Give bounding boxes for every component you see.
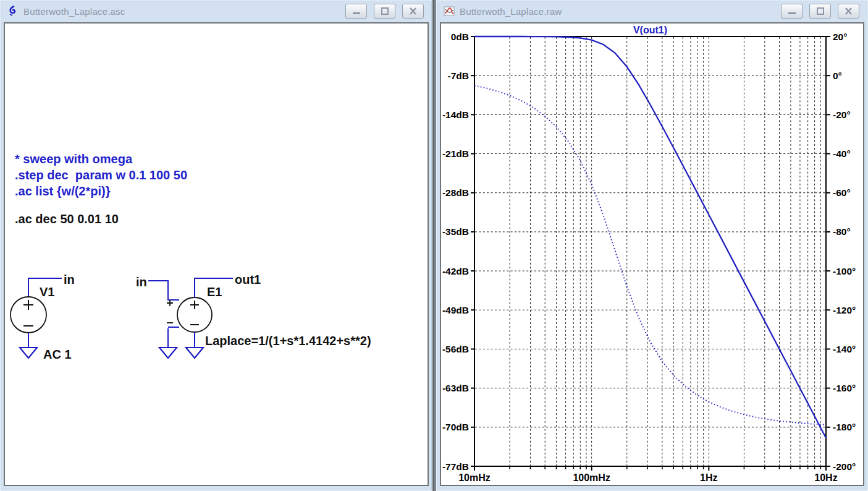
- plot-title[interactable]: V(out1): [633, 25, 667, 35]
- schematic-window-title: Butterwoth_Laplace.asc: [23, 6, 345, 17]
- ground-symbol: [20, 348, 37, 358]
- minimize-icon: [352, 7, 361, 15]
- svg-text:10Hz: 10Hz: [814, 472, 837, 483]
- svg-text:-35dB: -35dB: [442, 226, 469, 237]
- circuit-drawing: V1 AC 1 in E1 Laplace=1/(1+s*1.4142+s**2…: [5, 23, 428, 485]
- svg-text:0dB: 0dB: [451, 32, 469, 42]
- schematic-titlebar[interactable]: Butterwoth_Laplace.asc: [0, 0, 432, 22]
- schematic-canvas[interactable]: * sweep with omega.step dec param w 0.1 …: [4, 22, 429, 486]
- e1-value[interactable]: Laplace=1/(1+s*1.4142+s**2): [205, 334, 371, 348]
- axis-labels: 0dB-7dB-14dB-21dB-28dB-35dB-42dB-49dB-56…: [442, 32, 856, 484]
- waveform-pane[interactable]: 0dB-7dB-14dB-21dB-28dB-35dB-42dB-49dB-56…: [440, 22, 864, 486]
- net-label-out1[interactable]: out1: [235, 273, 261, 286]
- plot-grid: [475, 37, 825, 466]
- svg-text:-21dB: -21dB: [442, 148, 469, 159]
- svg-text:-42dB: -42dB: [442, 266, 469, 276]
- axis-ticks: [471, 36, 830, 471]
- close-button[interactable]: [838, 4, 859, 19]
- svg-text:0°: 0°: [833, 70, 842, 81]
- component-v1[interactable]: V1 AC 1: [11, 278, 72, 361]
- svg-text:-80°: -80°: [833, 226, 851, 237]
- minimize-button[interactable]: [345, 4, 367, 19]
- svg-text:-200°: -200°: [833, 461, 856, 472]
- ground-symbol: [186, 348, 203, 358]
- maximize-button[interactable]: [809, 4, 831, 19]
- svg-text:-63dB: -63dB: [442, 383, 469, 393]
- svg-text:-56dB: -56dB: [442, 344, 469, 354]
- magnitude-trace[interactable]: [474, 36, 826, 438]
- svg-text:-160°: -160°: [833, 383, 856, 393]
- plus-marking: [190, 301, 199, 309]
- maximize-icon: [381, 7, 389, 15]
- svg-text:10mHz: 10mHz: [458, 472, 491, 483]
- svg-text:-100°: -100°: [833, 266, 856, 276]
- svg-text:1Hz: 1Hz: [700, 472, 717, 483]
- svg-text:-20°: -20°: [833, 109, 851, 120]
- svg-text:-70dB: -70dB: [442, 422, 469, 432]
- control-plus-marking: [167, 300, 173, 306]
- svg-text:-120°: -120°: [833, 305, 856, 315]
- net-label-in-v1[interactable]: in: [64, 273, 75, 286]
- waveform-doc-icon: [444, 6, 455, 17]
- svg-text:-60°: -60°: [833, 187, 851, 198]
- svg-text:20°: 20°: [833, 32, 847, 42]
- v1-refdes[interactable]: V1: [40, 285, 54, 299]
- svg-text:-180°: -180°: [833, 422, 856, 432]
- maximize-button[interactable]: [374, 4, 395, 19]
- close-icon: [845, 7, 853, 15]
- svg-text:-7dB: -7dB: [448, 70, 469, 81]
- waveform-titlebar[interactable]: Butterwoth_Laplace.raw: [436, 0, 868, 22]
- e1-refdes[interactable]: E1: [207, 285, 222, 299]
- svg-text:-28dB: -28dB: [442, 187, 469, 198]
- plot-frame: [474, 36, 826, 466]
- waveform-window: Butterwoth_Laplace.raw 0dB-7dB-14dB-21dB…: [436, 0, 868, 491]
- maximize-icon: [816, 7, 825, 15]
- component-e1[interactable]: E1 Laplace=1/(1+s*1.4142+s**2): [148, 278, 371, 358]
- v1-value[interactable]: AC 1: [43, 348, 72, 361]
- svg-text:-14dB: -14dB: [442, 109, 469, 120]
- schematic-doc-icon: [7, 6, 19, 17]
- waveform-window-title: Butterwoth_Laplace.raw: [460, 6, 781, 17]
- schematic-window: Butterwoth_Laplace.asc * sweep with omeg…: [0, 0, 434, 491]
- ground-symbol: [159, 348, 177, 358]
- desktop: { "colors": { "trace_blue": "#2222c2", "…: [0, 0, 868, 491]
- svg-text:-40°: -40°: [833, 148, 851, 159]
- bode-plot[interactable]: 0dB-7dB-14dB-21dB-28dB-35dB-42dB-49dB-56…: [441, 23, 863, 485]
- svg-text:-49dB: -49dB: [442, 305, 469, 315]
- plus-marking: [23, 300, 33, 310]
- net-label-in-e1[interactable]: in: [136, 275, 147, 289]
- minimize-icon: [788, 7, 796, 15]
- close-button[interactable]: [402, 4, 424, 19]
- svg-text:-140°: -140°: [833, 344, 856, 354]
- minimize-button[interactable]: [781, 4, 803, 19]
- phase-trace[interactable]: [474, 85, 826, 424]
- close-icon: [409, 7, 417, 15]
- svg-text:100mHz: 100mHz: [573, 472, 610, 483]
- svg-text:-77dB: -77dB: [442, 461, 469, 472]
